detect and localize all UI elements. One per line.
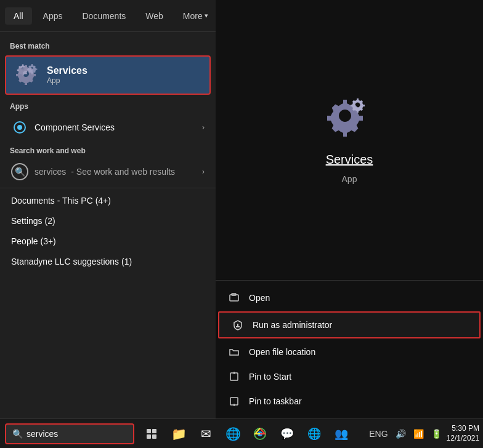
right-panel-app-title: Services <box>326 153 373 167</box>
system-clock[interactable]: 5:30 PM 12/1/2021 <box>447 424 483 443</box>
apps-section-label: Apps <box>0 97 216 113</box>
search-input[interactable] <box>26 429 125 439</box>
action-pin-to-start[interactable]: Pin to Start <box>216 364 483 389</box>
divider-1 <box>0 188 216 188</box>
results-content: Best match Servi <box>0 32 216 418</box>
stanadyne-label: Stanadyne LLC suggestions (1) <box>11 257 132 266</box>
language-icon[interactable]: ENG <box>367 428 390 440</box>
start-menu: All Apps Documents Web More ▾ 👩 👤 ··· <box>0 0 216 418</box>
tab-documents[interactable]: Documents <box>73 7 134 25</box>
chrome-button[interactable] <box>248 422 272 446</box>
action-run-as-admin-label: Run as administrator <box>253 320 332 330</box>
search-web-item[interactable]: 🔍 services - See work and web results › <box>2 158 213 185</box>
action-pin-to-taskbar[interactable]: Pin to taskbar <box>216 389 483 414</box>
action-open-file-location[interactable]: Open file location <box>216 340 483 364</box>
taskbar: 🔍 📁 ✉ 🌐 <box>0 418 483 448</box>
action-pin-taskbar-label: Pin to taskbar <box>249 396 302 406</box>
tabs-bar: All Apps Documents Web More ▾ 👩 👤 ··· <box>0 0 216 32</box>
edge-button[interactable]: 🌐 <box>221 422 245 446</box>
best-match-label: Best match <box>0 37 216 53</box>
best-match-type: App <box>47 76 87 85</box>
network-button[interactable]: 🌐 <box>302 422 327 446</box>
search-web-label: Search work and web <box>0 142 216 158</box>
wifi-icon[interactable]: 📶 <box>411 428 426 440</box>
action-pin-start-label: Pin to Start <box>249 372 291 382</box>
folder-icon <box>228 346 240 358</box>
action-open-file-label: Open file location <box>249 347 315 357</box>
pin-start-icon <box>228 370 240 383</box>
system-tray: ENG 🔊 📶 🔋 <box>367 428 444 440</box>
documents-label: Documents - This PC (4+) <box>11 196 111 206</box>
best-match-name: Services <box>47 65 87 76</box>
best-match-item[interactable]: Services App <box>5 55 211 95</box>
tab-more[interactable]: More ▾ <box>174 7 217 25</box>
component-services-label: Component Services <box>34 122 115 132</box>
taskbar-icons: 📁 ✉ 🌐 💬 🌐 👥 <box>139 422 367 446</box>
tab-web[interactable]: Web <box>137 7 172 25</box>
volume-icon[interactable]: 🔊 <box>393 428 408 440</box>
shield-icon <box>232 319 244 331</box>
component-services-icon <box>11 119 28 136</box>
settings-item[interactable]: Settings (2) <box>2 211 213 231</box>
svg-point-1 <box>17 125 22 130</box>
right-panel-app-icon <box>325 96 374 145</box>
best-match-info: Services App <box>47 65 87 85</box>
open-icon <box>228 292 240 304</box>
right-panel-actions: Open Run as administrator Open file loca… <box>216 280 483 418</box>
svg-rect-5 <box>236 326 240 327</box>
search-web-icon: 🔍 <box>11 163 28 180</box>
documents-item[interactable]: Documents - This PC (4+) <box>2 191 213 210</box>
svg-rect-12 <box>147 434 151 439</box>
svg-rect-13 <box>152 434 156 439</box>
people-label: People (3+) <box>11 236 56 246</box>
teams-button[interactable]: 👥 <box>329 422 354 446</box>
right-panel: Services App Open Run as adminis <box>216 0 483 418</box>
svg-rect-11 <box>152 429 156 433</box>
people-item[interactable]: People (3+) <box>2 231 213 251</box>
settings-label: Settings (2) <box>11 216 55 226</box>
tab-apps[interactable]: Apps <box>34 7 71 25</box>
services-app-icon <box>15 63 39 87</box>
action-open[interactable]: Open <box>216 286 483 310</box>
clock-time: 5:30 PM <box>447 424 479 434</box>
chat-button[interactable]: 💬 <box>275 422 299 446</box>
stanadyne-item[interactable]: Stanadyne LLC suggestions (1) <box>2 252 213 271</box>
chevron-down-icon: ▾ <box>205 12 208 20</box>
svg-rect-10 <box>147 429 151 433</box>
right-panel-app-type: App <box>342 174 357 184</box>
action-open-label: Open <box>249 293 270 303</box>
file-explorer-button[interactable]: 📁 <box>166 422 191 446</box>
pin-taskbar-icon <box>228 395 240 407</box>
clock-date: 12/1/2021 <box>447 434 479 444</box>
battery-icon[interactable]: 🔋 <box>429 428 444 440</box>
tab-all[interactable]: All <box>5 7 32 25</box>
search-web-text: services - See work and web results <box>34 167 175 177</box>
mail-button[interactable]: ✉ <box>193 422 218 446</box>
action-run-as-admin[interactable]: Run as administrator <box>218 311 481 338</box>
component-chevron-icon: › <box>202 123 205 132</box>
svg-rect-4 <box>237 324 238 326</box>
search-icon: 🔍 <box>12 429 23 439</box>
taskbar-search-box[interactable]: 🔍 <box>5 423 134 444</box>
component-services-item[interactable]: Component Services › <box>2 114 213 141</box>
task-view-button[interactable] <box>139 422 164 446</box>
right-panel-app-info: Services App <box>216 0 483 280</box>
search-web-chevron-icon: › <box>202 167 205 176</box>
